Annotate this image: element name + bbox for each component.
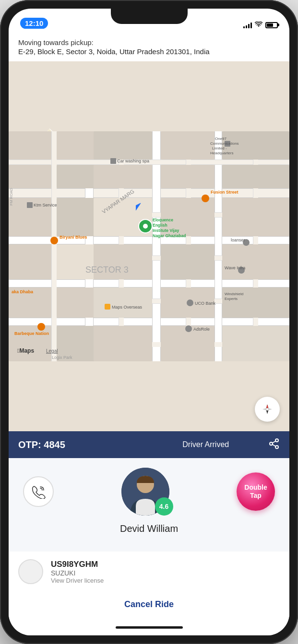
- status-time: 12:10: [20, 18, 48, 29]
- pickup-address: E-29, Block E, Sector 3, Noida, Uttar Pr…: [18, 46, 280, 57]
- signal-bars-icon: [243, 22, 252, 28]
- vehicle-model: SUZUKI: [51, 569, 280, 577]
- double-tap-label: Double Tap: [244, 483, 267, 500]
- svg-rect-58: [222, 198, 289, 236]
- call-button[interactable]: [23, 476, 54, 507]
- svg-rect-18: [152, 131, 153, 361]
- notch: [111, 9, 188, 24]
- battery-icon: [265, 22, 278, 28]
- driver-avatar-wrapper: 4.6: [121, 468, 169, 516]
- svg-rect-25: [9, 164, 289, 165]
- svg-text:Biryani Blues: Biryani Blues: [60, 235, 87, 240]
- svg-point-79: [50, 237, 58, 244]
- svg-rect-22: [222, 131, 222, 361]
- svg-rect-17: [153, 131, 160, 361]
- driver-section: 4.6 Double Tap Devid William: [9, 458, 289, 552]
- svg-point-114: [266, 408, 268, 410]
- svg-rect-66: [94, 288, 152, 318]
- svg-text:Maps Overseas: Maps Overseas: [112, 305, 143, 310]
- cancel-ride-button[interactable]: Cancel Ride: [124, 599, 174, 610]
- svg-rect-3: [9, 188, 289, 189]
- svg-rect-81: [105, 304, 110, 310]
- compass-button[interactable]: [255, 397, 280, 422]
- cancel-section: Cancel Ride: [9, 592, 289, 619]
- svg-rect-21: [215, 131, 215, 361]
- wifi-icon: [255, 21, 262, 29]
- driver-actions-row: 4.6 Double Tap: [18, 468, 280, 516]
- rating-badge: 4.6: [155, 497, 173, 516]
- svg-rect-71: [94, 326, 152, 361]
- svg-rect-59: [9, 244, 51, 279]
- share-icon[interactable]: [268, 438, 280, 452]
- svg-rect-37: [51, 131, 52, 361]
- svg-line-119: [273, 441, 276, 443]
- svg-rect-20: [215, 131, 222, 361]
- svg-text:Wave Infra: Wave Infra: [225, 265, 245, 270]
- moving-towards-label: Moving towards pickup:: [18, 38, 280, 46]
- svg-text:Car washing spa: Car washing spa: [117, 159, 149, 163]
- map-container: VYAPAR MARG FM ROAD SECTOR 3 Fusion Stre…: [9, 61, 289, 431]
- svg-rect-13: [9, 325, 289, 326]
- svg-rect-53: [222, 165, 289, 188]
- svg-rect-62: [161, 244, 215, 279]
- svg-rect-10: [9, 287, 289, 288]
- svg-point-77: [202, 195, 209, 202]
- svg-rect-2: [9, 189, 289, 197]
- svg-text:Ktm Service: Ktm Service: [34, 203, 57, 207]
- svg-line-118: [273, 444, 276, 446]
- svg-text:loanser: loanser: [231, 238, 245, 242]
- svg-text:Headquarters: Headquarters: [210, 151, 233, 155]
- svg-text:Institute Vijay: Institute Vijay: [153, 228, 179, 233]
- svg-rect-49: [9, 165, 51, 188]
- svg-text:Logix Park: Logix Park: [52, 355, 72, 360]
- address-bar: Moving towards pickup: E-29, Block E, Se…: [9, 33, 289, 61]
- svg-text:Eloquence: Eloquence: [153, 218, 173, 222]
- svg-rect-73: [222, 326, 289, 361]
- svg-text:Nagar Ghaziabad: Nagar Ghaziabad: [153, 233, 186, 238]
- svg-text:Experts: Experts: [225, 297, 238, 301]
- double-tap-button[interactable]: Double Tap: [237, 472, 275, 511]
- svg-rect-36: [52, 131, 57, 361]
- svg-text:Fusion Street: Fusion Street: [211, 190, 238, 195]
- svg-text:UCO Bank: UCO Bank: [195, 301, 216, 306]
- svg-rect-4: [9, 197, 289, 198]
- status-icons: [243, 21, 278, 29]
- svg-text:Legal: Legal: [46, 348, 58, 354]
- svg-rect-8: [9, 280, 289, 288]
- svg-rect-19: [160, 131, 161, 361]
- svg-text:AdsRole: AdsRole: [193, 327, 210, 332]
- svg-rect-47: [161, 131, 215, 160]
- vehicle-section: US9I8YGHM SUZUKI View Driver license: [9, 552, 289, 592]
- vehicle-info: US9I8YGHM SUZUKI View Driver license: [51, 560, 280, 584]
- svg-rect-9: [9, 279, 289, 280]
- svg-text:Windshield: Windshield: [225, 292, 243, 296]
- svg-text:English: English: [153, 223, 167, 228]
- svg-point-88: [185, 325, 192, 332]
- svg-rect-96: [110, 158, 116, 164]
- svg-text:Barbeque Nation: Barbeque Nation: [14, 331, 49, 336]
- view-license-link[interactable]: View Driver license: [51, 577, 280, 584]
- driver-name: Devid William: [120, 523, 178, 534]
- otp-bar: OTP: 4845 Driver Arrived: [9, 431, 289, 458]
- vehicle-icon: [18, 559, 43, 584]
- svg-rect-12: [9, 318, 289, 318]
- otp-value: OTP: 4845: [18, 439, 143, 450]
- home-bar: [116, 626, 183, 629]
- svg-text:Maps: Maps: [17, 347, 34, 354]
- phone-screen: 12:10: [9, 9, 289, 635]
- home-indicator: [9, 619, 289, 635]
- svg-rect-52: [161, 165, 215, 188]
- svg-text:Communications: Communications: [210, 141, 239, 146]
- svg-text:One97: One97: [215, 137, 227, 141]
- svg-text:Limited -: Limited -: [212, 146, 227, 150]
- svg-point-106: [143, 224, 148, 229]
- svg-rect-11: [9, 318, 289, 326]
- svg-rect-46: [94, 131, 152, 160]
- svg-rect-103: [27, 202, 33, 208]
- svg-point-83: [37, 323, 45, 331]
- vehicle-plate: US9I8YGHM: [51, 560, 280, 569]
- svg-text:FM ROAD: FM ROAD: [9, 188, 13, 206]
- svg-text:aka Dhaba: aka Dhaba: [12, 289, 34, 294]
- driver-arrived-status: Driver Arrived: [143, 440, 269, 449]
- svg-point-86: [187, 299, 193, 306]
